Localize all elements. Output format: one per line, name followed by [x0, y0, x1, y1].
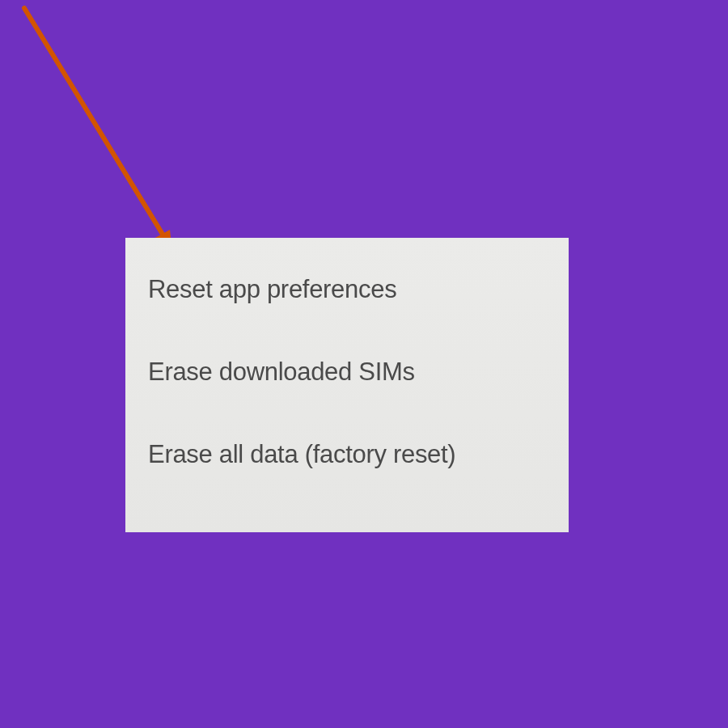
setting-label: Erase all data (factory reset) [148, 440, 455, 468]
setting-label: Erase downloaded SIMs [148, 358, 415, 386]
svg-line-0 [24, 8, 168, 243]
arrow-icon [15, 5, 201, 264]
erase-downloaded-sims-option[interactable]: Erase downloaded SIMs [148, 343, 546, 401]
reset-app-preferences-option[interactable]: Reset app preferences [148, 269, 546, 319]
erase-all-data-option[interactable]: Erase all data (factory reset) [148, 425, 546, 484]
reset-options-panel: Reset app preferences Erase downloaded S… [125, 238, 569, 532]
pointer-arrow-annotation [15, 5, 201, 264]
setting-label: Reset app preferences [148, 275, 396, 303]
